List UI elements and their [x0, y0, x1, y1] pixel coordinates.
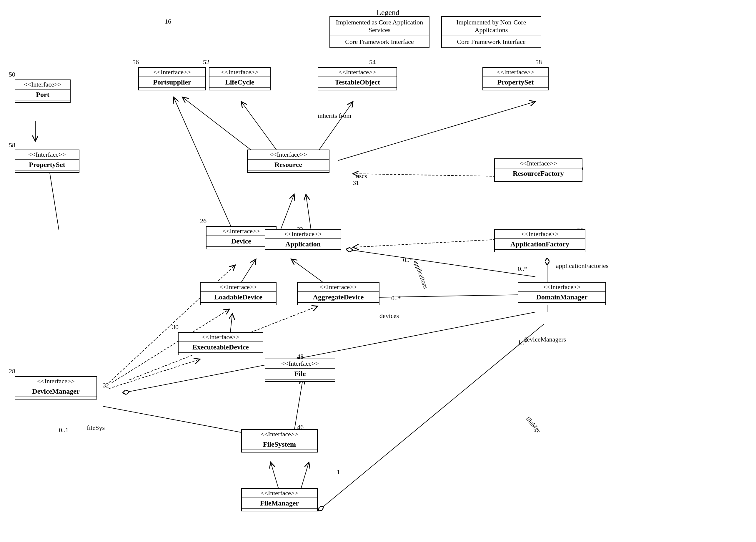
aggdev-name: AggregateDevice: [298, 292, 379, 303]
testable-stereotype: <<Interface>>: [318, 68, 397, 77]
legend-box-2: Implemented by Non-Core Applications Cor…: [441, 16, 541, 48]
resource-stereotype: <<Interface>>: [248, 150, 329, 159]
box-executabledevice: <<Interface>> ExecuteableDevice: [178, 332, 263, 355]
lifecycle-stereotype: <<Interface>>: [209, 68, 270, 77]
label-devicemanagers: deviceManagers: [524, 336, 566, 343]
label-26: 26: [200, 217, 207, 225]
box-propertyset-right: <<Interface>> PropertySet: [482, 67, 549, 90]
svg-line-24: [103, 406, 259, 436]
box-filemanager: <<Interface>> FileManager: [241, 488, 318, 511]
execdev-stereotype: <<Interface>>: [179, 333, 263, 342]
box-testableobject: <<Interface>> TestableObject: [318, 67, 397, 90]
box-loadabledevice: <<Interface>> LoadableDevice: [200, 282, 277, 305]
label-one-star: 1..*: [518, 339, 527, 346]
dommgr-name: DomainManager: [518, 292, 605, 303]
box-resourcefactory: <<Interface>> ResourceFactory: [494, 158, 582, 182]
app-stereotype: <<Interface>>: [265, 229, 341, 239]
diagram-number: 16: [165, 18, 171, 25]
label-56: 56: [132, 58, 139, 66]
svg-line-4: [182, 97, 259, 156]
filesys-stereotype: <<Interface>>: [242, 430, 317, 439]
appfact-stereotype: <<Interface>>: [495, 229, 585, 239]
svg-line-2: [241, 102, 281, 156]
label-filemgr: fileMgr: [524, 415, 542, 434]
propset-right-stereotype: <<Interface>>: [483, 68, 548, 77]
box-application: <<Interface>> Application: [265, 229, 341, 252]
label-31: 31: [353, 179, 359, 186]
port-stereotype: <<Interface>>: [15, 80, 70, 89]
label-54: 54: [369, 58, 376, 66]
legend-box1-top: Implemented as Core Application Services: [330, 17, 429, 36]
label-filesys: fileSys: [87, 424, 105, 432]
label-zero-one: 0..1: [59, 426, 69, 434]
svg-line-7: [279, 194, 294, 232]
legend-box2-bottom: Core Framework Interface: [442, 36, 541, 47]
box-file: <<Interface>> File: [265, 359, 335, 382]
svg-line-27: [300, 462, 309, 492]
legend-box1-bottom: Core Framework Interface: [330, 36, 429, 47]
box-domainmanager: <<Interface>> DomainManager: [518, 282, 606, 305]
label-one: 1: [337, 468, 340, 476]
label-58-left: 58: [9, 141, 15, 149]
loaddev-name: LoadableDevice: [201, 292, 276, 303]
legend-box2-top: Implemented by Non-Core Applications: [442, 17, 541, 36]
testable-name: TestableObject: [318, 77, 397, 87]
label-30: 30: [172, 323, 179, 331]
box-resource: <<Interface>> Resource: [247, 149, 329, 173]
svg-line-16: [353, 250, 535, 277]
svg-line-15: [353, 238, 515, 247]
svg-line-5: [338, 102, 535, 160]
diagram: 16 Legend Implemented as Core Applicatio…: [0, 0, 756, 542]
resfact-stereotype: <<Interface>>: [495, 159, 582, 168]
appfact-name: ApplicationFactory: [495, 239, 585, 249]
dommgr-stereotype: <<Interface>>: [518, 283, 605, 292]
svg-line-28: [324, 324, 544, 506]
box-propertyset-left: <<Interface>> PropertySet: [15, 149, 79, 173]
label-appfactories: applicationFactories: [556, 262, 608, 270]
propset-left-stereotype: <<Interface>>: [15, 150, 79, 159]
label-zero-star-af: 0..*: [518, 265, 527, 273]
devmgr-stereotype: <<Interface>>: [15, 377, 96, 386]
box-portsupplier: <<Interface>> Portsupplier: [138, 67, 206, 90]
legend-box-1: Implemented as Core Application Services…: [329, 16, 429, 48]
label-58-right-num: 58: [535, 58, 542, 66]
svg-line-21: [109, 359, 200, 389]
resource-name: Resource: [248, 159, 329, 170]
label-devices: devices: [379, 312, 399, 320]
aggdev-stereotype: <<Interface>>: [298, 283, 379, 292]
svg-line-3: [315, 102, 353, 156]
file-name: File: [265, 369, 335, 379]
filesys-name: FileSystem: [242, 439, 317, 450]
box-aggregatedevice: <<Interface>> AggregateDevice: [297, 282, 379, 305]
label-28: 28: [9, 368, 15, 375]
label-50: 50: [9, 71, 15, 78]
filemgr-stereotype: <<Interface>>: [242, 489, 317, 498]
svg-line-9: [174, 97, 232, 229]
label-uscs: uscs: [356, 172, 367, 180]
box-filesystem: <<Interface>> FileSystem: [241, 429, 318, 453]
file-stereotype: <<Interface>>: [265, 359, 335, 369]
label-inherits-from: inherits from: [318, 112, 351, 119]
loaddev-stereotype: <<Interface>>: [201, 283, 276, 292]
port-name: Port: [15, 89, 70, 100]
portsupplier-name: Portsupplier: [139, 77, 205, 87]
portsupplier-stereotype: <<Interface>>: [139, 68, 205, 77]
legend-title: Legend: [377, 8, 399, 17]
label-applications: applications: [412, 259, 429, 290]
label-zero-star-app: 0..*: [403, 256, 413, 264]
app-name: Application: [265, 239, 341, 249]
label-32: 32: [103, 382, 109, 389]
lifecycle-name: LifeCycle: [209, 77, 270, 87]
propset-left-name: PropertySet: [15, 159, 79, 170]
resfact-name: ResourceFactory: [495, 168, 582, 179]
label-52: 52: [203, 58, 209, 66]
devmgr-name: DeviceManager: [15, 386, 96, 397]
box-devicemanager: <<Interface>> DeviceManager: [15, 376, 97, 400]
box-applicationfactory: <<Interface>> ApplicationFactory: [494, 229, 585, 252]
filemgr-name: FileManager: [242, 498, 317, 508]
box-port: <<Interface>> Port: [15, 79, 71, 103]
propset-right-name: PropertySet: [483, 77, 548, 87]
svg-line-6: [353, 174, 515, 177]
box-lifecycle: <<Interface>> LifeCycle: [209, 67, 271, 90]
label-zero-star-dev: 0..*: [391, 295, 401, 302]
